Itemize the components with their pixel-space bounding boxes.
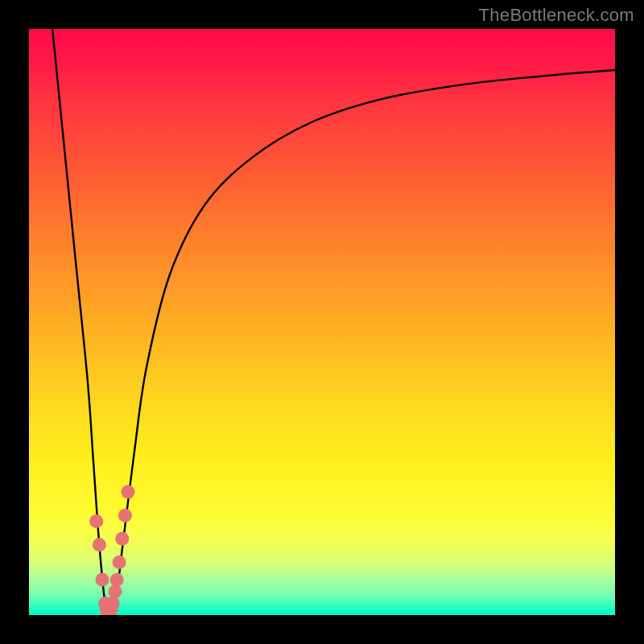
dip-marker [93,538,106,551]
curve-path [52,29,615,615]
dip-marker [89,514,103,528]
dip-marker [106,597,120,610]
plot-area [29,29,615,615]
dip-marker [115,532,129,546]
dip-marker [113,555,126,569]
chart-svg [29,29,615,615]
bottleneck-curve [52,29,615,615]
dip-marker [96,573,109,587]
watermark-text: TheBottleneck.com [479,5,634,26]
dip-marker [122,485,135,499]
dip-marker [110,573,124,587]
dip-marker [118,509,132,522]
chart-frame: TheBottleneck.com [0,0,644,644]
dip-marker [109,584,122,598]
